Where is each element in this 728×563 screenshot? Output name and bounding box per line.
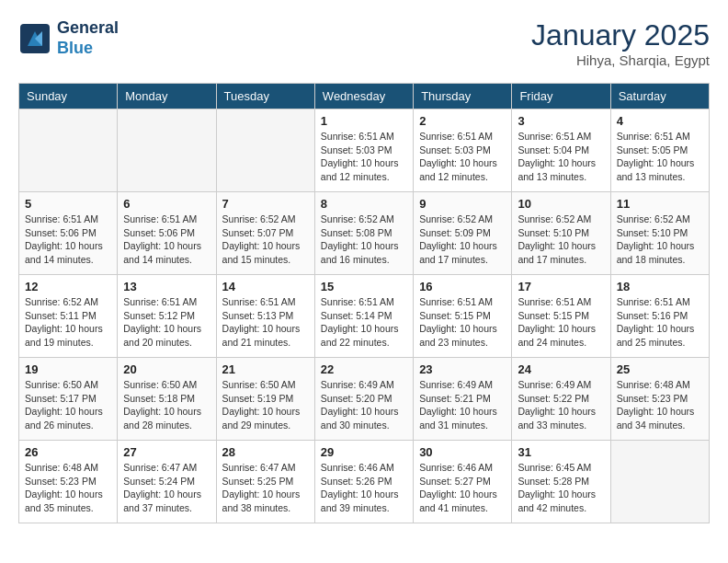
- calendar-cell: 25Sunrise: 6:48 AMSunset: 5:23 PMDayligh…: [610, 358, 709, 441]
- day-info: Sunrise: 6:47 AMSunset: 5:24 PMDaylight:…: [123, 461, 210, 515]
- calendar-cell: 23Sunrise: 6:49 AMSunset: 5:21 PMDayligh…: [414, 358, 512, 441]
- day-info: Sunrise: 6:49 AMSunset: 5:20 PMDaylight:…: [321, 378, 407, 432]
- day-info: Sunrise: 6:46 AMSunset: 5:27 PMDaylight:…: [419, 461, 506, 515]
- day-number: 8: [321, 197, 407, 211]
- title-block: January 2025 Hihya, Sharqia, Egypt: [531, 18, 710, 68]
- calendar-cell: 17Sunrise: 6:51 AMSunset: 5:15 PMDayligh…: [512, 275, 610, 358]
- day-info: Sunrise: 6:51 AMSunset: 5:03 PMDaylight:…: [419, 130, 506, 184]
- day-number: 13: [123, 280, 210, 293]
- calendar-cell: 4Sunrise: 6:51 AMSunset: 5:05 PMDaylight…: [610, 109, 709, 192]
- day-number: 30: [419, 445, 506, 459]
- day-info: Sunrise: 6:51 AMSunset: 5:15 PMDaylight:…: [518, 295, 604, 350]
- day-number: 7: [222, 197, 309, 211]
- calendar-body: 1Sunrise: 6:51 AMSunset: 5:03 PMDaylight…: [19, 109, 710, 523]
- day-of-week-header: Monday: [118, 84, 216, 109]
- logo-text: General Blue: [57, 18, 119, 58]
- day-number: 12: [25, 280, 111, 293]
- day-number: 10: [518, 197, 604, 211]
- day-info: Sunrise: 6:52 AMSunset: 5:07 PMDaylight:…: [222, 213, 309, 267]
- day-number: 17: [518, 280, 604, 293]
- calendar-cell: 19Sunrise: 6:50 AMSunset: 5:17 PMDayligh…: [19, 358, 118, 441]
- day-number: 28: [222, 445, 309, 459]
- day-number: 2: [419, 114, 506, 128]
- logo-line1: General: [57, 18, 119, 39]
- calendar-subtitle: Hihya, Sharqia, Egypt: [531, 52, 710, 68]
- calendar-cell: 9Sunrise: 6:52 AMSunset: 5:09 PMDaylight…: [414, 192, 512, 275]
- calendar-cell: 30Sunrise: 6:46 AMSunset: 5:27 PMDayligh…: [414, 441, 512, 523]
- logo-line2: Blue: [57, 39, 93, 57]
- calendar-table: SundayMondayTuesdayWednesdayThursdayFrid…: [18, 83, 710, 523]
- day-info: Sunrise: 6:48 AMSunset: 5:23 PMDaylight:…: [617, 378, 703, 432]
- calendar-cell: 2Sunrise: 6:51 AMSunset: 5:03 PMDaylight…: [414, 109, 512, 192]
- day-of-week-header: Wednesday: [314, 84, 413, 109]
- calendar-cell: 12Sunrise: 6:52 AMSunset: 5:11 PMDayligh…: [19, 275, 118, 358]
- calendar-cell: 13Sunrise: 6:51 AMSunset: 5:12 PMDayligh…: [118, 275, 216, 358]
- day-info: Sunrise: 6:50 AMSunset: 5:17 PMDaylight:…: [25, 378, 111, 432]
- calendar-cell: 21Sunrise: 6:50 AMSunset: 5:19 PMDayligh…: [216, 358, 314, 441]
- day-of-week-header: Sunday: [19, 84, 118, 109]
- calendar-title: January 2025: [531, 18, 710, 52]
- day-info: Sunrise: 6:49 AMSunset: 5:22 PMDaylight:…: [518, 378, 604, 432]
- day-info: Sunrise: 6:51 AMSunset: 5:06 PMDaylight:…: [123, 213, 210, 267]
- day-info: Sunrise: 6:49 AMSunset: 5:21 PMDaylight:…: [419, 378, 506, 432]
- calendar-cell: 6Sunrise: 6:51 AMSunset: 5:06 PMDaylight…: [118, 192, 216, 275]
- day-number: 14: [222, 280, 309, 293]
- day-number: 11: [617, 197, 703, 211]
- day-number: 31: [518, 445, 604, 459]
- calendar-cell: 1Sunrise: 6:51 AMSunset: 5:03 PMDaylight…: [314, 109, 413, 192]
- calendar-cell: 8Sunrise: 6:52 AMSunset: 5:08 PMDaylight…: [314, 192, 413, 275]
- calendar-header-row: SundayMondayTuesdayWednesdayThursdayFrid…: [19, 84, 710, 109]
- day-number: 15: [321, 280, 407, 293]
- day-info: Sunrise: 6:51 AMSunset: 5:12 PMDaylight:…: [123, 295, 210, 350]
- day-number: 18: [617, 280, 703, 293]
- calendar-cell: 11Sunrise: 6:52 AMSunset: 5:10 PMDayligh…: [610, 192, 709, 275]
- calendar-cell: 16Sunrise: 6:51 AMSunset: 5:15 PMDayligh…: [414, 275, 512, 358]
- calendar-week-row: 12Sunrise: 6:52 AMSunset: 5:11 PMDayligh…: [19, 275, 710, 358]
- calendar-cell: 26Sunrise: 6:48 AMSunset: 5:23 PMDayligh…: [19, 441, 118, 523]
- day-number: 20: [123, 362, 210, 376]
- calendar-cell: 10Sunrise: 6:52 AMSunset: 5:10 PMDayligh…: [512, 192, 610, 275]
- day-info: Sunrise: 6:51 AMSunset: 5:06 PMDaylight:…: [25, 213, 111, 267]
- calendar-cell: 15Sunrise: 6:51 AMSunset: 5:14 PMDayligh…: [314, 275, 413, 358]
- day-of-week-header: Saturday: [610, 84, 709, 109]
- calendar-cell: 20Sunrise: 6:50 AMSunset: 5:18 PMDayligh…: [118, 358, 216, 441]
- calendar-cell: [610, 441, 709, 523]
- calendar-cell: [216, 109, 314, 192]
- day-info: Sunrise: 6:50 AMSunset: 5:19 PMDaylight:…: [222, 378, 309, 432]
- day-info: Sunrise: 6:52 AMSunset: 5:10 PMDaylight:…: [518, 213, 604, 267]
- day-number: 25: [617, 362, 703, 376]
- day-number: 19: [25, 362, 111, 376]
- day-number: 27: [123, 445, 210, 459]
- calendar-cell: 28Sunrise: 6:47 AMSunset: 5:25 PMDayligh…: [216, 441, 314, 523]
- calendar-cell: 22Sunrise: 6:49 AMSunset: 5:20 PMDayligh…: [314, 358, 413, 441]
- calendar-cell: 24Sunrise: 6:49 AMSunset: 5:22 PMDayligh…: [512, 358, 610, 441]
- day-info: Sunrise: 6:51 AMSunset: 5:15 PMDaylight:…: [419, 295, 506, 350]
- day-info: Sunrise: 6:51 AMSunset: 5:05 PMDaylight:…: [617, 130, 703, 184]
- day-number: 6: [123, 197, 210, 211]
- day-info: Sunrise: 6:51 AMSunset: 5:16 PMDaylight:…: [617, 295, 703, 350]
- logo-icon: [18, 22, 51, 55]
- day-number: 23: [419, 362, 506, 376]
- day-number: 4: [617, 114, 703, 128]
- calendar-cell: [19, 109, 118, 192]
- day-info: Sunrise: 6:52 AMSunset: 5:09 PMDaylight:…: [419, 213, 506, 267]
- calendar-week-row: 19Sunrise: 6:50 AMSunset: 5:17 PMDayligh…: [19, 358, 710, 441]
- day-info: Sunrise: 6:51 AMSunset: 5:04 PMDaylight:…: [518, 130, 604, 184]
- calendar-cell: 31Sunrise: 6:45 AMSunset: 5:28 PMDayligh…: [512, 441, 610, 523]
- day-of-week-header: Tuesday: [216, 84, 314, 109]
- day-info: Sunrise: 6:52 AMSunset: 5:11 PMDaylight:…: [25, 295, 111, 350]
- day-number: 21: [222, 362, 309, 376]
- calendar-cell: 29Sunrise: 6:46 AMSunset: 5:26 PMDayligh…: [314, 441, 413, 523]
- calendar-cell: 3Sunrise: 6:51 AMSunset: 5:04 PMDaylight…: [512, 109, 610, 192]
- day-info: Sunrise: 6:45 AMSunset: 5:28 PMDaylight:…: [518, 461, 604, 515]
- calendar-cell: 14Sunrise: 6:51 AMSunset: 5:13 PMDayligh…: [216, 275, 314, 358]
- day-number: 16: [419, 280, 506, 293]
- day-number: 29: [321, 445, 407, 459]
- day-of-week-header: Friday: [512, 84, 610, 109]
- day-number: 1: [321, 114, 407, 128]
- calendar-cell: [118, 109, 216, 192]
- day-number: 9: [419, 197, 506, 211]
- day-info: Sunrise: 6:46 AMSunset: 5:26 PMDaylight:…: [321, 461, 407, 515]
- day-info: Sunrise: 6:48 AMSunset: 5:23 PMDaylight:…: [25, 461, 111, 515]
- day-number: 26: [25, 445, 111, 459]
